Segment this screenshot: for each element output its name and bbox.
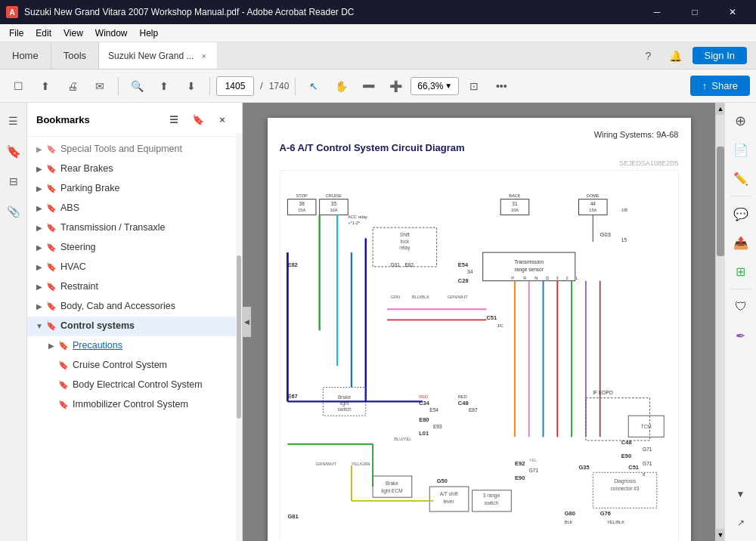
protect-button[interactable]: 🛡 (727, 293, 754, 320)
bookmark-icon: 🔖 (45, 202, 57, 215)
svg-text:15A: 15A (589, 208, 596, 212)
page-number-input[interactable] (216, 76, 254, 96)
notification-button[interactable]: 🔔 (665, 45, 686, 66)
fit-page-button[interactable]: ⊡ (462, 74, 486, 98)
expand-icon[interactable]: ▶ (33, 143, 45, 156)
bookmarks-panel-button[interactable]: 🔖 (0, 138, 27, 165)
menu-window[interactable]: Window (89, 26, 134, 40)
help-button[interactable]: ? (638, 45, 659, 66)
diagram-title: A-6 A/T Control System Circuit Diagram (280, 142, 679, 153)
share-button[interactable]: ↑ Share (690, 76, 750, 96)
bookmark-item-precautions[interactable]: ▶ 🔖 Precautions (27, 336, 242, 356)
tab-tools[interactable]: Tools (51, 42, 98, 69)
svg-text:L: L (575, 276, 578, 280)
pdf-scrollbar[interactable]: ▲ ▼ (715, 103, 724, 541)
bookmark-item-cruise-control[interactable]: ▶ 🔖 Cruise Control System (27, 356, 242, 376)
menu-file[interactable]: File (3, 26, 29, 40)
tab-home[interactable]: Home (0, 42, 51, 69)
expand-arrow-icon[interactable]: ▼ (33, 320, 45, 333)
sidebar-scrollbar[interactable] (236, 133, 242, 541)
pdf-scrollbar-thumb[interactable] (717, 147, 724, 256)
bookmark-item-special-tools[interactable]: ▶ 🔖 Special Tools and Equipment (27, 140, 242, 159)
expand-icon[interactable]: ▶ (33, 162, 45, 176)
zoom-dropdown-icon: ▼ (445, 82, 452, 90)
cursor-tool-button[interactable]: ↖ (302, 74, 326, 98)
expand-icon[interactable]: ▶ (33, 182, 45, 196)
svg-text:E54: E54 (457, 261, 468, 268)
bookmark-item-immobilizer[interactable]: ▶ 🔖 Immobilizer Control System (27, 395, 242, 415)
close-bookmarks-button[interactable]: × (212, 109, 233, 130)
tab-document[interactable]: Suzuki New Grand ... × (98, 42, 217, 69)
prev-page-button[interactable]: ⬆ (152, 74, 176, 98)
svg-text:Transmission: Transmission (514, 259, 544, 264)
scroll-down-button[interactable]: ▼ (716, 529, 724, 541)
bookmark-item-control-systems[interactable]: ▼ 🔖 Control systems (27, 317, 242, 336)
hand-tool-button[interactable]: ✋ (329, 74, 353, 98)
menu-edit[interactable]: Edit (29, 26, 57, 40)
svg-text:relay: relay (399, 245, 411, 251)
sidebar-scrollbar-thumb[interactable] (237, 255, 241, 419)
tab-close-button[interactable]: × (200, 50, 207, 62)
bookmark-item-body-cab[interactable]: ▶ 🔖 Body, Cab and Accessories (27, 297, 242, 317)
svg-text:G76: G76 (600, 510, 610, 517)
svg-text:ACC relay: ACC relay (348, 215, 367, 219)
svg-text:DOME: DOME (586, 193, 599, 198)
minimize-button[interactable]: ─ (640, 0, 674, 24)
close-button[interactable]: ✕ (715, 0, 750, 24)
svg-text:31: 31 (512, 201, 518, 206)
svg-text:range sensor: range sensor (514, 267, 544, 273)
edit-tools-button[interactable]: ✏️ (727, 165, 754, 192)
thumbnails-panel-button[interactable]: ⊟ (0, 168, 27, 195)
more-options-button[interactable]: ↗ (727, 509, 754, 536)
sign-in-button[interactable]: Sign In (692, 47, 747, 64)
pdf-tools-button[interactable]: 📄 (727, 136, 754, 163)
open-file-button[interactable]: ⬆ (33, 74, 57, 98)
menu-help[interactable]: Help (134, 26, 165, 40)
bookmark-item-restraint[interactable]: ▶ 🔖 Restraint (27, 277, 242, 297)
svg-text:38: 38 (299, 201, 305, 206)
expand-icon[interactable]: ▶ (33, 241, 45, 255)
bookmark-item-transmission[interactable]: ▶ 🔖 Transmission / Transaxle (27, 218, 242, 238)
svg-text:P: P (511, 276, 514, 280)
zoom-out-button[interactable]: ➖ (356, 74, 380, 98)
expand-icon[interactable]: ▶ (45, 339, 57, 353)
menu-view[interactable]: View (57, 26, 89, 40)
expand-icon[interactable]: ▶ (33, 221, 45, 235)
bookmark-item-rear-brakes[interactable]: ▶ 🔖 Rear Brakes (27, 159, 242, 179)
next-page-button[interactable]: ⬇ (179, 74, 203, 98)
new-file-button[interactable]: ☐ (6, 74, 30, 98)
toolbar: ☐ ⬆ 🖨 ✉ 🔍 ⬆ ⬇ / 1740 ↖ ✋ ➖ ➕ 66,3% ▼ ⊡ •… (0, 70, 756, 103)
bookmarks-options-button[interactable]: ☰ (163, 109, 184, 130)
expand-icon[interactable]: ▶ (33, 280, 45, 294)
zoom-out-search-button[interactable]: 🔍 (125, 74, 149, 98)
bookmark-item-parking-brake[interactable]: ▶ 🔖 Parking Brake (27, 179, 242, 199)
add-bookmark-button[interactable]: 🔖 (187, 109, 209, 130)
expand-icon[interactable]: ▶ (33, 300, 45, 314)
pdf-canvas[interactable]: Wiring Systems: 9A-68 A-6 A/T Control Sy… (243, 103, 715, 541)
expand-icon[interactable]: ▶ (33, 261, 45, 274)
bookmark-item-body-electrical[interactable]: ▶ 🔖 Body Electrical Control System (27, 376, 242, 395)
attachments-panel-button[interactable]: 📎 (0, 198, 27, 225)
more-tools-button[interactable]: ••• (489, 74, 513, 98)
print-button[interactable]: 🖨 (60, 74, 85, 98)
organize-button[interactable]: ⊞ (727, 258, 754, 285)
maximize-button[interactable]: □ (677, 0, 712, 24)
email-button[interactable]: ✉ (88, 74, 112, 98)
zoom-in-button[interactable]: ➕ (383, 74, 407, 98)
bookmark-item-steering[interactable]: ▶ 🔖 Steering (27, 238, 242, 258)
bookmark-item-abs[interactable]: ▶ 🔖 ABS (27, 199, 242, 218)
export-button[interactable]: 📤 (727, 229, 754, 256)
sidebar-toggle-button[interactable]: ☰ (0, 107, 27, 134)
svg-text:N: N (534, 276, 538, 280)
scroll-up-button[interactable]: ▲ (716, 103, 724, 115)
bookmark-item-hvac[interactable]: ▶ 🔖 HVAC (27, 258, 242, 277)
zoom-tools-button[interactable]: ⊕ (727, 107, 754, 134)
bookmark-label: Precautions (73, 339, 236, 353)
sidebar-collapse-button[interactable]: ◀ (242, 307, 251, 337)
expand-icon[interactable]: ▶ (33, 202, 45, 215)
zoom-level-selector[interactable]: 66,3% ▼ (411, 77, 459, 95)
pen-button[interactable]: ✒ (727, 322, 754, 349)
scroll-down-button[interactable]: ▼ (727, 481, 754, 508)
comment-button[interactable]: 💬 (727, 200, 754, 227)
svg-text:G35: G35 (578, 464, 589, 471)
